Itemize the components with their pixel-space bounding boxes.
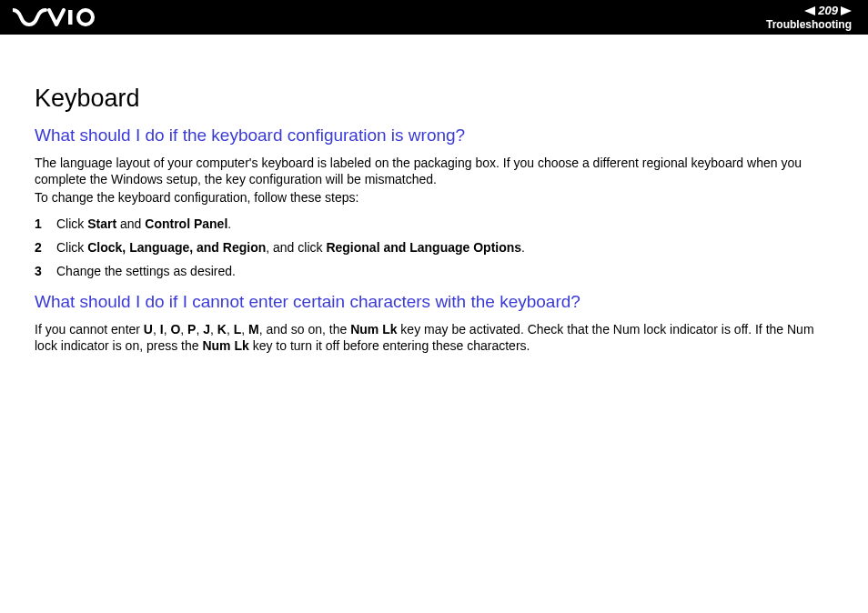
steps-list: 1 Click Start and Control Panel. 2 Click… — [35, 216, 833, 280]
prev-page-arrow-icon[interactable] — [804, 6, 815, 15]
body-text: The language layout of your computer's k… — [35, 155, 833, 187]
page-content: Keyboard What should I do if the keyboar… — [0, 35, 868, 355]
header-right: 209 Troubleshooting — [766, 4, 852, 31]
step-number: 2 — [35, 239, 44, 256]
page-number: 209 — [818, 4, 838, 17]
step-item: 2 Click Clock, Language, and Region, and… — [35, 239, 833, 256]
body-text: If you cannot enter U, I, O, P, J, K, L,… — [35, 321, 833, 354]
svg-rect-0 — [68, 10, 73, 25]
next-page-arrow-icon[interactable] — [841, 6, 852, 15]
page-title: Keyboard — [35, 85, 833, 113]
step-text: Change the settings as desired. — [56, 263, 236, 279]
step-number: 1 — [35, 216, 44, 232]
step-text: Click Start and Control Panel. — [56, 216, 231, 232]
vaio-logo — [13, 8, 96, 26]
body-text: To change the keyboard configuration, fo… — [35, 189, 833, 206]
step-item: 1 Click Start and Control Panel. — [35, 216, 833, 232]
section-heading-1: What should I do if the keyboard configu… — [35, 126, 833, 146]
section-heading-2: What should I do if I cannot enter certa… — [35, 292, 833, 312]
step-text: Click Clock, Language, and Region, and c… — [56, 239, 525, 256]
step-number: 3 — [35, 263, 44, 279]
svg-point-1 — [78, 10, 93, 25]
page-header: 209 Troubleshooting — [0, 0, 868, 35]
section-title: Troubleshooting — [766, 18, 852, 31]
step-item: 3 Change the settings as desired. — [35, 263, 833, 279]
page-nav: 209 — [804, 4, 852, 17]
